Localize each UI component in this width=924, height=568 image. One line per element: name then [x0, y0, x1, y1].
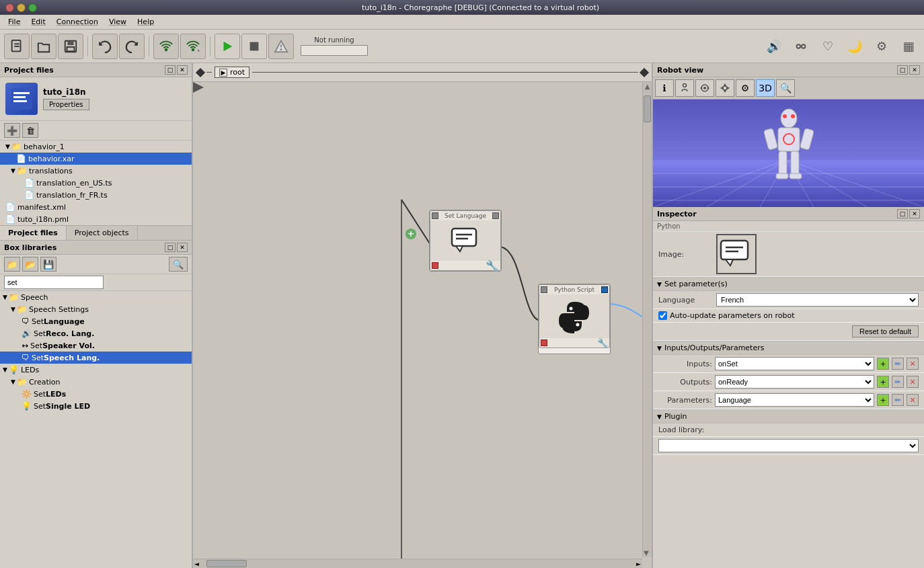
wifi-settings-button[interactable] [180, 34, 206, 59]
canvas-scrollbar-v[interactable]: ▲ ▼ [642, 82, 652, 557]
box-lib-save-btn[interactable]: 💾 [40, 257, 56, 272]
tree-item-pml[interactable]: 📄 tuto_i18n.pml [0, 213, 192, 225]
moon-button[interactable]: 🌙 [843, 35, 866, 58]
box-tree-speech-settings[interactable]: ▼ 📁 Speech Settings [0, 303, 192, 315]
box-tree-set-single-led[interactable]: 💡 Set Single LED [0, 400, 192, 412]
menu-connection[interactable]: Connection [51, 16, 104, 28]
tree-arrow[interactable]: ▼ [11, 378, 15, 385]
menu-edit[interactable]: Edit [26, 16, 50, 28]
auto-update-checkbox[interactable] [658, 311, 667, 320]
canvas-add-button[interactable]: + [406, 229, 416, 239]
window-controls[interactable] [5, 3, 37, 12]
robot-settings-btn[interactable]: ⚙ [736, 79, 755, 97]
tree-arrow[interactable]: ▼ [11, 167, 15, 174]
tree-arrow[interactable]: ▼ [3, 366, 7, 373]
robot-view-close-btn[interactable]: ✕ [909, 65, 920, 75]
box-lib-folder-btn[interactable]: 📁 [4, 257, 20, 272]
section-set-parameters[interactable]: ▼ Set parameter(s) [653, 277, 924, 291]
box-tree-set-reco-lang[interactable]: 🔊 Set Reco. Lang. [0, 327, 192, 339]
menu-help[interactable]: Help [132, 16, 159, 28]
section-plugin[interactable]: ▼ Plugin [653, 409, 924, 423]
parameters-add-btn[interactable]: + [877, 394, 889, 406]
parameters-delete-btn[interactable]: ✕ [907, 394, 919, 406]
panel-close-btn[interactable]: ✕ [177, 65, 188, 75]
tree-item-behavior1[interactable]: ▼ 📁 behavior_1 [0, 140, 192, 153]
volume-button[interactable]: 🔊 [763, 35, 785, 58]
reset-to-default-button[interactable]: Reset to default [852, 325, 919, 337]
tab-project-files[interactable]: Project files [0, 226, 67, 240]
parameters-edit-btn[interactable]: ✏ [892, 394, 904, 406]
undo-button[interactable] [92, 34, 118, 59]
parameters-select[interactable]: Language [715, 393, 874, 407]
robot-joints-btn[interactable] [695, 79, 714, 97]
tree-arrow[interactable]: ▼ [5, 143, 10, 150]
panel-float-btn[interactable]: □ [165, 65, 176, 75]
maximize-btn[interactable] [28, 3, 37, 12]
outputs-edit-btn[interactable]: ✏ [892, 376, 904, 388]
tree-item-translations[interactable]: ▼ 📁 translations [0, 165, 192, 177]
outputs-add-btn[interactable]: + [877, 376, 889, 388]
redo-button[interactable] [119, 34, 145, 59]
breadcrumb-root-box[interactable]: ▶ root [215, 67, 249, 78]
new-button[interactable] [4, 34, 30, 59]
canvas-area[interactable]: Set Language [193, 82, 652, 568]
inputs-add-btn[interactable]: + [877, 358, 889, 370]
stop-button[interactable] [241, 34, 267, 59]
scroll-right[interactable]: ► [636, 561, 641, 567]
robot-move-btn[interactable] [716, 79, 734, 97]
tab-project-objects[interactable]: Project objects [67, 226, 138, 240]
box-lib-open-btn[interactable]: 📂 [22, 257, 38, 272]
minimize-btn[interactable] [17, 3, 26, 12]
wifi-button[interactable] [153, 34, 179, 59]
box-tree-set-language[interactable]: 🗨 Set Language [0, 315, 192, 327]
inspector-close-btn[interactable]: ✕ [909, 209, 920, 218]
close-btn[interactable] [5, 3, 14, 12]
tree-item-manifest[interactable]: 📄 manifest.xml [0, 201, 192, 213]
box-lib-float-btn[interactable]: □ [165, 243, 176, 252]
open-button[interactable] [31, 34, 56, 59]
inputs-delete-btn[interactable]: ✕ [907, 358, 919, 370]
canvas-scrollbar-h[interactable]: ◄ ► [193, 559, 642, 568]
wrench-icon[interactable]: 🔧 [597, 338, 608, 348]
box-lib-close-btn[interactable]: ✕ [177, 243, 188, 252]
menu-view[interactable]: View [104, 16, 132, 28]
properties-button[interactable]: Properties [43, 99, 89, 110]
outputs-select[interactable]: onReady [715, 375, 874, 389]
tree-arrow[interactable]: ▼ [3, 294, 7, 300]
box-tree-set-speaker-vol[interactable]: ↔ Set Speaker Vol. [0, 339, 192, 352]
box-tree-set-speech-lang[interactable]: 🗨 Set Speech Lang. [0, 352, 192, 364]
load-library-select[interactable] [658, 439, 919, 452]
tree-item-en-ts[interactable]: 📄 translation_en_US.ts [0, 177, 192, 189]
wrench-icon[interactable]: 🔧 [486, 259, 499, 272]
robot-pose-btn[interactable] [675, 79, 694, 97]
robot-view-float-btn[interactable]: □ [897, 65, 908, 75]
search-icon-btn[interactable]: 🔍 [169, 257, 188, 272]
connection-button[interactable] [790, 35, 812, 58]
node-python-script[interactable]: Python Script [538, 284, 611, 354]
search-input[interactable] [4, 276, 104, 289]
language-select[interactable]: French English Spanish [716, 293, 919, 307]
inputs-select[interactable]: onSet [715, 357, 874, 370]
scroll-down[interactable]: ▼ [643, 549, 650, 557]
settings-button[interactable]: ⚙ [870, 35, 893, 58]
scroll-up[interactable]: ▲ [643, 82, 652, 91]
robot-info-btn[interactable]: ℹ [655, 79, 674, 97]
tree-item-behaviorxar[interactable]: 📄 behavior.xar [0, 153, 192, 165]
inputs-edit-btn[interactable]: ✏ [892, 358, 904, 370]
box-tree-creation[interactable]: ▼ 📁 Creation [0, 376, 192, 388]
grid-button[interactable]: ▦ [897, 35, 920, 58]
section-io[interactable]: ▼ Inputs/Outputs/Parameters [653, 341, 924, 355]
box-tree-leds[interactable]: ▼ 💡 LEDs [0, 364, 192, 376]
heart-button[interactable]: ♡ [816, 35, 839, 58]
robot-camera-btn[interactable]: 🔍 [776, 79, 795, 97]
scroll-left[interactable]: ◄ [193, 561, 200, 567]
play-button[interactable] [215, 34, 240, 59]
menu-file[interactable]: File [3, 16, 26, 28]
inspector-float-btn[interactable]: □ [897, 209, 908, 218]
node-set-language[interactable]: Set Language [429, 210, 502, 272]
add-file-btn[interactable]: ➕ [4, 123, 20, 138]
box-tree-set-leds[interactable]: 🔆 Set LEDs [0, 388, 192, 400]
warning-button[interactable] [268, 34, 294, 59]
delete-file-btn[interactable]: 🗑 [22, 123, 38, 138]
tree-item-fr-ts[interactable]: 📄 translation_fr_FR.ts [0, 189, 192, 201]
